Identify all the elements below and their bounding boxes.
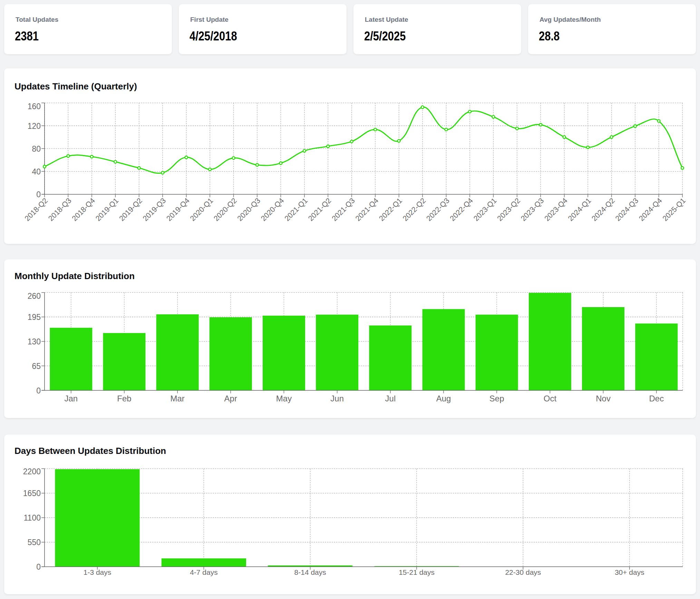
svg-text:1650: 1650 — [23, 489, 41, 498]
svg-text:550: 550 — [28, 538, 41, 547]
svg-text:Jun: Jun — [330, 394, 344, 403]
svg-text:2020-Q2: 2020-Q2 — [212, 197, 239, 223]
svg-text:22-30 days: 22-30 days — [505, 568, 541, 576]
svg-text:260: 260 — [28, 292, 41, 301]
svg-text:2021-Q1: 2021-Q1 — [283, 197, 309, 223]
svg-text:Aug: Aug — [436, 394, 451, 403]
svg-text:2021-Q2: 2021-Q2 — [307, 197, 333, 223]
svg-text:Feb: Feb — [117, 394, 131, 403]
svg-text:2018-Q2: 2018-Q2 — [23, 197, 49, 223]
svg-text:Sep: Sep — [489, 394, 504, 403]
svg-text:2021-Q4: 2021-Q4 — [354, 197, 380, 223]
svg-text:40: 40 — [32, 167, 41, 176]
svg-text:130: 130 — [28, 337, 41, 346]
svg-text:195: 195 — [28, 313, 41, 322]
svg-text:1-3 days: 1-3 days — [84, 568, 111, 576]
svg-text:Mar: Mar — [171, 394, 185, 403]
svg-text:15-21 days: 15-21 days — [399, 568, 435, 576]
svg-text:Jul: Jul — [385, 394, 396, 403]
svg-text:8-14 days: 8-14 days — [294, 568, 326, 576]
svg-text:2019-Q4: 2019-Q4 — [165, 197, 191, 223]
svg-text:Nov: Nov — [596, 394, 611, 403]
svg-text:120: 120 — [28, 122, 41, 131]
svg-text:160: 160 — [28, 102, 41, 111]
svg-text:2024-Q4: 2024-Q4 — [638, 197, 664, 223]
svg-text:Apr: Apr — [224, 394, 237, 403]
svg-text:2023-Q1: 2023-Q1 — [472, 197, 498, 223]
svg-text:2020-Q3: 2020-Q3 — [236, 197, 262, 223]
svg-text:2022-Q1: 2022-Q1 — [378, 197, 404, 223]
svg-text:4-7 days: 4-7 days — [190, 568, 218, 576]
svg-text:Oct: Oct — [544, 394, 557, 403]
svg-text:2024-Q3: 2024-Q3 — [614, 197, 640, 223]
svg-text:80: 80 — [32, 144, 41, 153]
svg-text:2018-Q4: 2018-Q4 — [70, 197, 97, 223]
svg-text:2018-Q3: 2018-Q3 — [47, 197, 73, 223]
svg-text:0: 0 — [36, 562, 41, 571]
svg-text:2021-Q3: 2021-Q3 — [330, 197, 357, 223]
svg-text:2022-Q2: 2022-Q2 — [401, 197, 427, 223]
svg-text:2019-Q3: 2019-Q3 — [141, 197, 167, 223]
svg-text:Dec: Dec — [649, 394, 664, 403]
svg-text:2022-Q4: 2022-Q4 — [448, 197, 475, 223]
svg-text:0: 0 — [36, 190, 41, 199]
svg-text:0: 0 — [36, 386, 41, 395]
svg-text:2019-Q2: 2019-Q2 — [118, 197, 144, 223]
svg-text:2023-Q4: 2023-Q4 — [543, 197, 569, 223]
svg-text:2019-Q1: 2019-Q1 — [94, 197, 120, 223]
svg-text:65: 65 — [32, 362, 41, 371]
svg-text:2020-Q4: 2020-Q4 — [259, 197, 285, 223]
svg-text:May: May — [276, 394, 292, 403]
svg-text:Jan: Jan — [64, 394, 78, 403]
svg-text:2023-Q2: 2023-Q2 — [496, 197, 522, 223]
svg-text:2023-Q3: 2023-Q3 — [519, 197, 545, 223]
svg-text:2025-Q1: 2025-Q1 — [661, 197, 687, 223]
svg-text:2024-Q1: 2024-Q1 — [566, 197, 593, 223]
svg-text:2024-Q2: 2024-Q2 — [590, 197, 616, 223]
svg-text:2020-Q1: 2020-Q1 — [188, 197, 215, 223]
svg-text:30+ days: 30+ days — [615, 568, 644, 576]
svg-text:2022-Q3: 2022-Q3 — [425, 197, 451, 223]
svg-text:2200: 2200 — [23, 467, 41, 476]
svg-text:1100: 1100 — [24, 513, 41, 522]
